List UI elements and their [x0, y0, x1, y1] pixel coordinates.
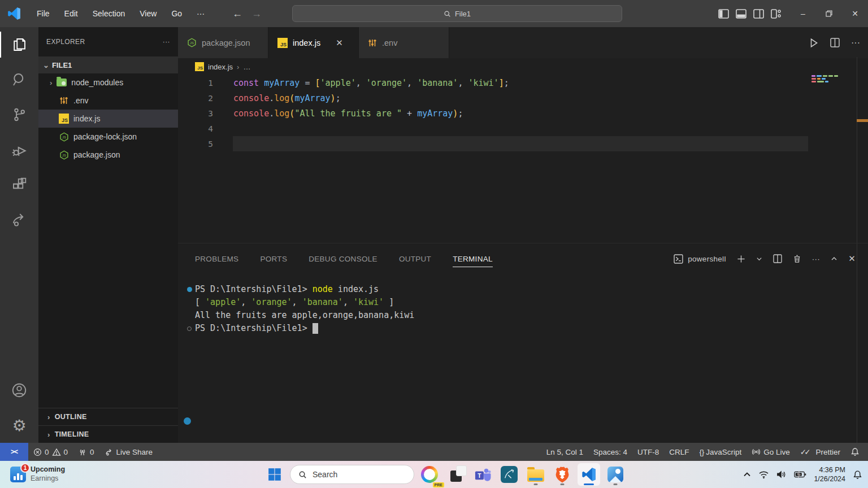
search-view-icon[interactable] [0, 62, 38, 97]
split-terminal-icon[interactable] [773, 254, 782, 263]
file-explorer-button[interactable] [524, 463, 547, 486]
photos-button[interactable] [604, 463, 627, 486]
indentation[interactable]: Spaces: 4 [588, 443, 632, 461]
kill-terminal-trash-icon[interactable] [793, 254, 801, 263]
ports-status[interactable]: 0 [73, 443, 99, 461]
new-terminal-icon[interactable] [737, 255, 745, 263]
close-tab-icon[interactable]: ✕ [336, 38, 343, 48]
close-button[interactable]: ✕ [842, 0, 868, 27]
command-center-search[interactable]: File1 [292, 5, 622, 22]
notification-bell-icon[interactable] [853, 470, 862, 480]
minimap[interactable] [811, 75, 843, 84]
toggle-sidebar-icon[interactable] [718, 9, 729, 19]
teams-button[interactable]: T [471, 463, 494, 486]
double-check-icon: ✓✓ [800, 447, 809, 456]
tree-item-index-js[interactable]: JS index.js [38, 110, 178, 128]
tab-label: index.js [293, 38, 320, 47]
menu-selection[interactable]: Selection [85, 5, 133, 22]
menu-file[interactable]: File [29, 5, 57, 22]
live-share-icon[interactable] [0, 202, 38, 237]
run-file-icon[interactable] [809, 38, 819, 48]
tab-index-js[interactable]: JS index.js ✕ [268, 27, 359, 58]
eol-sequence[interactable]: CRLF [664, 443, 694, 461]
wifi-icon[interactable] [758, 470, 769, 479]
tab-debug-console[interactable]: DEBUG CONSOLE [309, 243, 377, 274]
toggle-panel-icon[interactable] [736, 9, 747, 19]
brave-button[interactable] [551, 463, 574, 486]
tree-item-node-modules[interactable]: › node_modules [38, 73, 178, 91]
start-button[interactable] [263, 463, 286, 486]
menu-go[interactable]: Go [164, 5, 189, 22]
line-number: 5 [178, 140, 213, 149]
clock[interactable]: 4:36 PM 1/26/2024 [814, 465, 845, 484]
timeline-section[interactable]: › TIMELINE [38, 425, 178, 443]
notifications-bell[interactable] [845, 443, 865, 461]
split-editor-icon[interactable] [830, 38, 840, 47]
minimize-button[interactable]: – [790, 0, 816, 27]
explorer-icon[interactable] [0, 27, 38, 62]
terminal-profile[interactable]: powershell [674, 254, 726, 264]
terminal-output[interactable]: PS D:\Intership\File1> node index.js [ '… [178, 274, 868, 443]
settings-gear-icon[interactable]: ⚙ [0, 408, 38, 443]
breadcrumb-symbols[interactable]: … [243, 63, 250, 71]
workspace-root[interactable]: ⌄ FILE1 [38, 56, 178, 73]
breadcrumb[interactable]: JS index.js › … [178, 58, 868, 75]
close-panel-icon[interactable]: ✕ [848, 254, 856, 264]
code-line-5-current: 5 [178, 136, 868, 151]
code-editor[interactable]: 1 const myArray = ['apple', 'orange', 'b… [178, 75, 868, 243]
vscode-taskbar-button[interactable] [578, 463, 600, 486]
tab-package-json[interactable]: JS package.json [178, 27, 268, 58]
outline-section[interactable]: › OUTLINE [38, 408, 178, 425]
menu-view[interactable]: View [132, 5, 164, 22]
tree-item-env[interactable]: .env [38, 91, 178, 110]
prettier-status[interactable]: ✓✓ Prettier [795, 443, 845, 461]
widgets-button[interactable]: 1 Upcoming Earnings [10, 465, 65, 483]
account-icon[interactable] [0, 373, 38, 408]
taskbar-search[interactable]: Search [290, 465, 414, 484]
tab-terminal[interactable]: TERMINAL [453, 243, 493, 274]
js-file-icon: JS [59, 114, 69, 124]
tab-problems[interactable]: PROBLEMS [195, 243, 238, 274]
encoding[interactable]: UTF-8 [632, 443, 664, 461]
copilot-button[interactable]: PRE [418, 463, 441, 486]
menu-more[interactable]: ··· [189, 5, 212, 22]
svg-text:JS: JS [62, 154, 66, 157]
editor-more-actions-icon[interactable]: ··· [851, 38, 860, 48]
remote-indicator[interactable]: >< [0, 443, 28, 461]
source-control-icon[interactable] [0, 97, 38, 132]
tab-output[interactable]: OUTPUT [399, 243, 431, 274]
copilot-icon [421, 466, 438, 483]
menu-edit[interactable]: Edit [57, 5, 85, 22]
forward-arrow-icon[interactable]: → [251, 8, 262, 20]
panel-more-actions-icon[interactable]: ··· [812, 255, 820, 263]
live-share-status[interactable]: Live Share [99, 443, 158, 461]
restore-button[interactable] [816, 0, 842, 27]
launch-profile-chevron-icon[interactable] [756, 256, 762, 262]
cursor-position[interactable]: Ln 5, Col 1 [541, 443, 588, 461]
extensions-icon[interactable] [0, 167, 38, 202]
tab-ports[interactable]: PORTS [260, 243, 287, 274]
battery-charging-icon[interactable] [794, 470, 806, 478]
go-live-button[interactable]: Go Live [747, 443, 795, 461]
volume-icon[interactable] [776, 470, 787, 479]
tree-item-package-lock[interactable]: JS package-lock.json [38, 128, 178, 146]
contrast-app-button[interactable] [445, 463, 467, 486]
code-line-4: 4 [178, 121, 868, 136]
language-mode[interactable]: { } JavaScript [695, 443, 747, 461]
warning-count: 0 [64, 448, 68, 456]
toggle-secondary-sidebar-icon[interactable] [753, 9, 764, 19]
customize-layout-icon[interactable] [771, 9, 782, 19]
breadcrumb-file[interactable]: index.js [208, 63, 233, 71]
search-placeholder: Search [313, 470, 337, 479]
run-debug-icon[interactable] [0, 132, 38, 167]
terminal-prompt-line[interactable]: PS D:\Intership\File1> [184, 322, 868, 335]
maximize-panel-chevron-icon[interactable] [831, 255, 837, 262]
explorer-more-icon[interactable]: ··· [163, 38, 170, 46]
tray-chevron-up-icon[interactable] [743, 472, 751, 477]
mysql-workbench-button[interactable] [498, 463, 520, 486]
terminal-line: PS D:\Intership\File1> node index.js [184, 283, 868, 296]
problems-status[interactable]: 0 0 [28, 443, 73, 461]
back-arrow-icon[interactable]: ← [232, 8, 242, 20]
tree-item-package-json[interactable]: JS package.json [38, 146, 178, 164]
tab-env[interactable]: .env [359, 27, 449, 58]
